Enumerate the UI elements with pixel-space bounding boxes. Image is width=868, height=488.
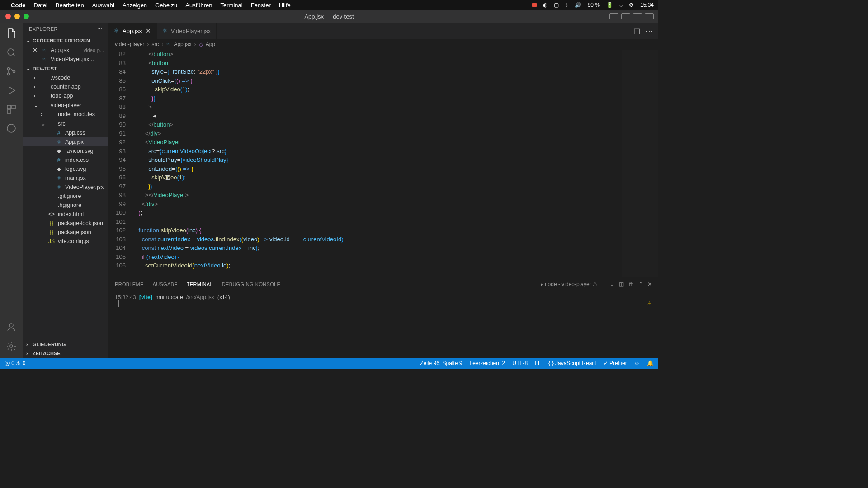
record-indicator-icon[interactable]	[532, 3, 537, 7]
tree-item[interactable]: JSvite.config.js	[23, 237, 108, 246]
status-eol[interactable]: LF	[535, 360, 541, 366]
terminal-dropdown-icon[interactable]: ⌄	[610, 281, 614, 287]
status-language[interactable]: { } JavaScript React	[548, 360, 596, 366]
code-editor[interactable]: 8283848586878889909192939495969798991001…	[108, 50, 658, 277]
clock[interactable]: 15:34	[640, 2, 654, 8]
run-debug-icon[interactable]	[5, 84, 18, 97]
tree-item[interactable]: ◆logo.svg	[23, 164, 108, 174]
project-section[interactable]: ⌄DEV-TEST	[23, 64, 108, 73]
control-center-icon[interactable]: ⚙	[629, 2, 634, 8]
status-indent[interactable]: Leerzeichen: 2	[470, 360, 505, 366]
display-icon[interactable]: ▢	[554, 2, 559, 8]
terminal-body[interactable]: 15:32:43 [vite] hmr update /src/App.jsx …	[108, 291, 658, 358]
menu-window[interactable]: Fenster	[251, 2, 271, 9]
status-icon[interactable]: ◐	[543, 2, 547, 8]
remote-icon[interactable]	[5, 122, 18, 135]
open-editor-item[interactable]: ✕⚛App.jsxvideo-p...	[23, 45, 108, 55]
tree-item[interactable]: <>index.html	[23, 210, 108, 219]
menu-go[interactable]: Gehe zu	[155, 2, 177, 9]
tree-item[interactable]: ⌄src	[23, 119, 108, 128]
breadcrumbs[interactable]: video-player› src› ⚛App.jsx› ◇App	[108, 39, 658, 50]
tree-item[interactable]: ›.vscode	[23, 73, 108, 82]
status-encoding[interactable]: UTF-8	[512, 360, 528, 366]
tree-item[interactable]: ◦.gitignore	[23, 192, 108, 201]
close-tab-icon[interactable]: ✕	[146, 27, 151, 34]
menu-help[interactable]: Hilfe	[279, 2, 291, 9]
panel-maximize-icon[interactable]: ⌃	[638, 281, 643, 287]
terminal-process-label[interactable]: ▸ node - video-player ⚠	[541, 281, 598, 287]
status-errors[interactable]: ⓧ 0 ⚠ 0	[5, 360, 25, 367]
volume-icon[interactable]: 🔊	[575, 2, 581, 8]
react-file-icon: ⚛	[114, 28, 119, 34]
tree-item[interactable]: ›todo-app	[23, 91, 108, 100]
panel-tab-output[interactable]: AUSGABE	[153, 279, 178, 290]
menu-view[interactable]: Anzeigen	[123, 2, 147, 9]
outline-section[interactable]: ›GLIEDERUNG	[23, 340, 108, 349]
layout-primary-icon[interactable]	[609, 13, 618, 19]
menu-file[interactable]: Datei	[34, 2, 47, 9]
zoom-window-icon[interactable]	[24, 14, 29, 19]
close-editor-icon[interactable]: ✕	[32, 47, 38, 53]
menu-selection[interactable]: Auswahl	[92, 2, 114, 9]
split-editor-icon[interactable]: ◫	[633, 27, 640, 35]
react-icon: ⚛	[55, 175, 62, 181]
react-icon: ⚛	[55, 184, 62, 190]
tree-item[interactable]: ◦.hgignore	[23, 201, 108, 210]
panel-tab-terminal[interactable]: TERMINAL	[187, 279, 213, 290]
editor-tab[interactable]: ⚛VideoPlayer.jsx	[157, 23, 217, 39]
layout-custom-icon[interactable]	[645, 13, 654, 19]
tree-item[interactable]: ⚛VideoPlayer.jsx	[23, 183, 108, 192]
status-feedback-icon[interactable]: ☺	[634, 360, 640, 366]
status-bar: ⓧ 0 ⚠ 0 Zeile 96, Spalte 9 Leerzeichen: …	[0, 358, 658, 369]
tree-item[interactable]: ◆favicon.svg	[23, 146, 108, 155]
tree-item[interactable]: ⌄video-player	[23, 100, 108, 110]
close-window-icon[interactable]	[5, 14, 11, 19]
open-editors-section[interactable]: ⌄GEÖFFNETE EDITOREN	[23, 36, 108, 45]
tree-item[interactable]: {}package-lock.json	[23, 219, 108, 228]
account-icon[interactable]	[5, 321, 18, 333]
more-icon[interactable]: ⋯	[97, 26, 103, 32]
panel-tab-problems[interactable]: PROBLEME	[115, 279, 144, 290]
search-icon[interactable]	[5, 46, 18, 59]
kill-terminal-icon[interactable]: 🗑	[628, 281, 634, 287]
new-terminal-icon[interactable]: +	[602, 281, 605, 287]
settings-gear-icon[interactable]	[5, 340, 18, 352]
extensions-icon[interactable]	[5, 103, 18, 116]
app-menu[interactable]: Code	[11, 2, 26, 9]
tree-item[interactable]: ⚛App.jsx	[23, 137, 108, 146]
tree-item[interactable]: ›counter-app	[23, 82, 108, 91]
file-icon: ◦	[48, 193, 55, 199]
tree-item[interactable]: ⚛main.jsx	[23, 174, 108, 183]
layout-panel-icon[interactable]	[621, 13, 630, 19]
tree-item[interactable]: #App.css	[23, 128, 108, 137]
tree-item[interactable]: {}package.json	[23, 228, 108, 237]
battery-icon[interactable]: 🔋	[606, 2, 613, 8]
status-bell-icon[interactable]: 🔔	[647, 360, 654, 366]
editor-tab[interactable]: ⚛App.jsx✕	[108, 23, 157, 39]
open-editor-item[interactable]: ⚛VideoPlayer.jsx...	[23, 55, 108, 64]
react-file-icon: ⚛	[41, 56, 48, 62]
macos-menubar: Code Datei Bearbeiten Auswahl Anzeigen G…	[0, 0, 658, 10]
source-control-icon[interactable]	[5, 65, 18, 78]
tree-item[interactable]: #index.css	[23, 155, 108, 164]
bluetooth-icon[interactable]: ᛒ	[565, 2, 568, 8]
minimize-window-icon[interactable]	[14, 14, 20, 19]
svg-rect-5	[12, 105, 15, 109]
explorer-icon[interactable]	[5, 27, 17, 40]
menu-terminal[interactable]: Terminal	[221, 2, 243, 9]
tree-item[interactable]: ›node_modules	[23, 110, 108, 119]
split-terminal-icon[interactable]: ◫	[619, 281, 624, 287]
minimap[interactable]	[622, 50, 658, 277]
status-prettier[interactable]: ✓ Prettier	[604, 360, 627, 366]
window-title: App.jsx — dev-test	[304, 13, 354, 20]
layout-secondary-icon[interactable]	[633, 13, 642, 19]
wifi-icon[interactable]: ⌵	[619, 2, 623, 8]
panel-tab-debug[interactable]: DEBUGGING-KONSOLE	[222, 279, 280, 290]
terminal-warning-icon[interactable]: ⚠	[647, 300, 652, 307]
panel-close-icon[interactable]: ✕	[647, 281, 652, 287]
editor-more-icon[interactable]: ⋯	[646, 27, 653, 35]
menu-edit[interactable]: Bearbeiten	[56, 2, 84, 9]
menu-run[interactable]: Ausführen	[185, 2, 212, 9]
status-cursor-pos[interactable]: Zeile 96, Spalte 9	[420, 360, 462, 366]
timeline-section[interactable]: ›ZEITACHSE	[23, 349, 108, 358]
